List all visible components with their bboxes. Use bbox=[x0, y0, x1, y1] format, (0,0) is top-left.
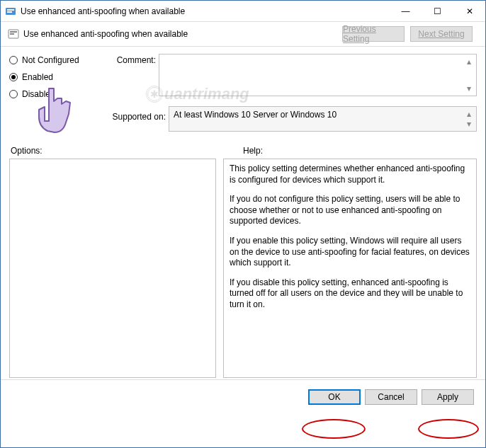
supported-on-textarea: At least Windows 10 Server or Windows 10… bbox=[169, 106, 477, 132]
next-setting-button[interactable]: Next Setting bbox=[410, 26, 473, 42]
policy-editor-window: Use enhanced anti-spoofing when availabl… bbox=[0, 0, 486, 448]
policy-icon bbox=[8, 28, 19, 40]
previous-setting-button[interactable]: Previous Setting bbox=[342, 26, 405, 42]
svg-rect-2 bbox=[7, 11, 12, 13]
close-button[interactable]: ✕ bbox=[453, 1, 485, 22]
radio-enabled[interactable]: Enabled bbox=[9, 72, 105, 82]
scroll-down-icon[interactable]: ▾ bbox=[463, 83, 475, 94]
help-text: If you enable this policy setting, Windo… bbox=[230, 236, 470, 269]
supported-on-label: Supported on: bbox=[105, 106, 166, 122]
radio-icon bbox=[9, 90, 18, 98]
titlebar: Use enhanced anti-spoofing when availabl… bbox=[1, 1, 485, 22]
radio-label: Enabled bbox=[22, 72, 53, 82]
radio-disabled[interactable]: Disabled bbox=[9, 89, 105, 99]
app-icon bbox=[5, 6, 16, 17]
radio-not-configured[interactable]: Not Configured bbox=[9, 55, 105, 65]
comment-textarea[interactable]: ▴ ▾ bbox=[159, 54, 477, 96]
body-area: Not Configured Enabled Disabled Comment:… bbox=[1, 47, 485, 378]
minimize-button[interactable]: — bbox=[390, 1, 422, 22]
cancel-button[interactable]: Cancel bbox=[365, 389, 417, 405]
scroll-down-icon[interactable]: ▾ bbox=[463, 118, 475, 130]
help-text: If you disable this policy setting, enha… bbox=[230, 277, 470, 311]
policy-title: Use enhanced anti-spoofing when availabl… bbox=[23, 29, 342, 39]
supported-on-value: At least Windows 10 Server or Windows 10 bbox=[174, 110, 337, 120]
svg-rect-5 bbox=[10, 33, 14, 35]
policy-header-row: Use enhanced anti-spoofing when availabl… bbox=[1, 22, 485, 47]
radio-label: Not Configured bbox=[22, 55, 79, 65]
svg-rect-4 bbox=[10, 31, 17, 33]
radio-icon bbox=[9, 73, 18, 81]
radio-icon bbox=[9, 56, 18, 64]
state-radio-group: Not Configured Enabled Disabled bbox=[9, 54, 105, 99]
annotation-ellipse bbox=[418, 419, 479, 439]
radio-label: Disabled bbox=[22, 89, 55, 99]
help-label: Help: bbox=[243, 146, 263, 156]
annotation-ellipse bbox=[302, 419, 366, 439]
options-panel bbox=[9, 159, 216, 378]
maximize-button[interactable]: ☐ bbox=[422, 1, 453, 22]
ok-button[interactable]: OK bbox=[308, 389, 361, 405]
svg-rect-1 bbox=[7, 9, 14, 11]
window-title: Use enhanced anti-spoofing when availabl… bbox=[21, 6, 390, 16]
help-text: This policy setting determines whether e… bbox=[230, 163, 470, 185]
options-label: Options: bbox=[11, 146, 243, 156]
scroll-up-icon[interactable]: ▴ bbox=[463, 56, 475, 67]
apply-button[interactable]: Apply bbox=[422, 389, 474, 405]
help-panel: This policy setting determines whether e… bbox=[223, 159, 477, 378]
help-text: If you do not configure this policy sett… bbox=[230, 194, 470, 227]
comment-label: Comment: bbox=[105, 54, 156, 65]
dialog-buttons: OK Cancel Apply bbox=[1, 379, 485, 413]
